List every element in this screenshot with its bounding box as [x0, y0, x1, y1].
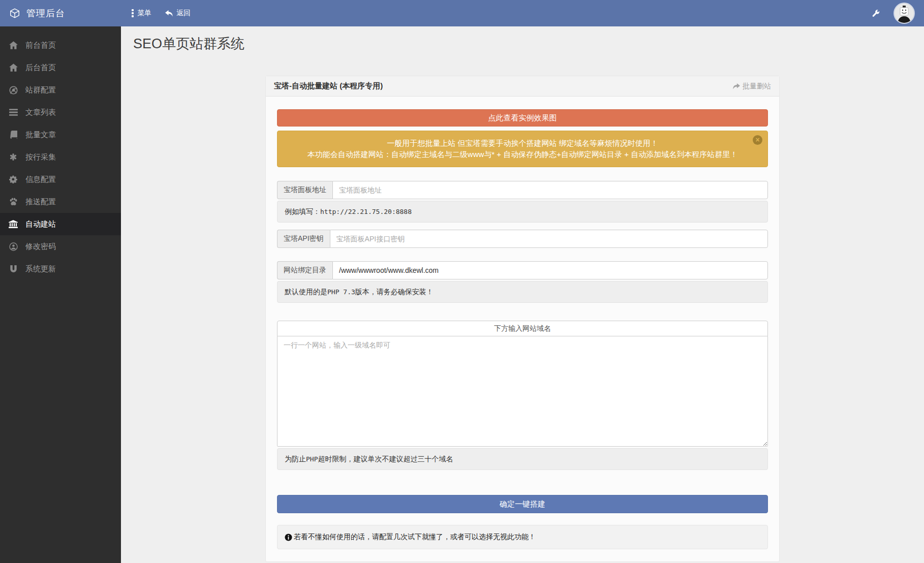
domains-help: 为防止PHP超时限制，建议单次不建议超过三十个域名: [277, 448, 768, 470]
build-panel: 宝塔-自动批量建站 (本程序专用) 批量删站 点此查看实例效果图 × 一般用于想…: [265, 76, 780, 562]
chrome-icon: [8, 85, 18, 95]
batch-delete-label: 批量删站: [743, 82, 771, 91]
sidebar-item-label: 后台首页: [25, 63, 56, 73]
alert-line2: 本功能会自动搭建网站：自动绑定主域名与二级www与* + 自动保存伪静态+自动绑…: [301, 149, 744, 160]
list-icon: [8, 108, 18, 117]
sidebar-item-article-list[interactable]: 文章列表: [0, 101, 121, 123]
sidebar-item-front-home[interactable]: 前台首页: [0, 34, 121, 56]
help-code: PHP: [306, 455, 318, 463]
api-key-input[interactable]: [330, 230, 768, 248]
help-text: 默认使用的是: [285, 288, 327, 296]
book-icon: [8, 130, 18, 139]
alert-close-icon[interactable]: ×: [753, 135, 762, 145]
asterisk-icon: [8, 152, 18, 162]
panel-body: 点此查看实例效果图 × 一般用于想批量上站 但宝塔需要手动挨个搭建网站 绑定域名…: [266, 97, 779, 561]
topbar-right: [872, 3, 915, 24]
panel-url-label: 宝塔面板地址: [277, 181, 332, 199]
domains-header: 下方输入网站域名: [277, 321, 768, 336]
view-example-button[interactable]: 点此查看实例效果图: [277, 109, 768, 127]
back-button[interactable]: 返回: [165, 9, 191, 18]
bind-dir-help: 默认使用的是PHP 7.3版本，请务必确保安装！: [277, 281, 768, 303]
footer-note-text: 若看不懂如何使用的话，请配置几次试下就懂了，或者可以选择无视此功能！: [294, 533, 536, 542]
help-text: 超时限制，建议单次不建议超过三十个域名: [318, 455, 453, 463]
menu-dots-icon: [131, 9, 134, 17]
back-arrow-icon: [165, 10, 173, 17]
paw-icon: [8, 197, 18, 206]
panel-url-input[interactable]: [332, 181, 768, 199]
sidebar-item-line-collect[interactable]: 按行采集: [0, 146, 121, 168]
menu-label: 菜单: [137, 9, 151, 18]
brand[interactable]: 管理后台: [9, 7, 122, 19]
submit-build-button[interactable]: 确定一键搭建: [277, 495, 768, 513]
bank-icon: [8, 220, 18, 229]
user-circle-icon: [8, 242, 18, 251]
batch-delete-button[interactable]: 批量删站: [732, 82, 771, 91]
panel-header: 宝塔-自动批量建站 (本程序专用) 批量删站: [266, 76, 779, 97]
info-circle-icon: [285, 534, 292, 541]
topbar: 管理后台 菜单 返回: [0, 0, 924, 26]
panel-title: 宝塔-自动批量建站 (本程序专用): [274, 81, 383, 91]
sidebar-item-info-config[interactable]: 信息配置: [0, 168, 121, 191]
sidebar-item-admin-home[interactable]: 后台首页: [0, 56, 121, 79]
sidebar-item-label: 信息配置: [25, 175, 56, 184]
sidebar-item-sitegroup-config[interactable]: 站群配置: [0, 79, 121, 101]
sidebar-item-label: 文章列表: [25, 108, 56, 117]
api-key-group: 宝塔API密钥: [277, 230, 768, 248]
panel-url-help: 例如填写：http://22.21.75.20:8888: [277, 201, 768, 223]
sidebar-item-change-password[interactable]: 修改密码: [0, 235, 121, 258]
sidebar-item-label: 系统更新: [25, 264, 56, 274]
sidebar-item-label: 按行采集: [25, 152, 56, 162]
bind-dir-input[interactable]: [332, 261, 768, 279]
wrench-icon[interactable]: [872, 9, 880, 18]
alert-line1: 一般用于想批量上站 但宝塔需要手动挨个搭建网站 绑定域名等麻烦情况时使用！: [301, 138, 744, 149]
sidebar-item-label: 批量文章: [25, 130, 56, 140]
sidebar-item-system-update[interactable]: 系统更新: [0, 258, 121, 280]
topbar-nav: 菜单 返回: [131, 9, 191, 18]
main-content: SEO单页站群系统 宝塔-自动批量建站 (本程序专用) 批量删站 点此查看实例效…: [121, 26, 924, 563]
home-icon: [8, 63, 18, 72]
page-title: SEO单页站群系统: [133, 35, 924, 53]
bind-dir-group: 网站绑定目录: [277, 261, 768, 279]
forward-arrow-icon: [732, 83, 741, 90]
help-code: PHP 7.3: [327, 288, 355, 296]
usage-alert: × 一般用于想批量上站 但宝塔需要手动挨个搭建网站 绑定域名等麻烦情况时使用！ …: [277, 131, 768, 167]
brand-title: 管理后台: [26, 7, 65, 19]
bind-dir-label: 网站绑定目录: [277, 261, 332, 279]
api-key-label: 宝塔API密钥: [277, 230, 330, 248]
gear-icon: [8, 175, 18, 184]
help-code: http://22.21.75.20:8888: [320, 208, 412, 215]
sidebar: 前台首页 后台首页 站群配置 文章列表: [0, 26, 121, 563]
domains-textarea[interactable]: [277, 336, 768, 447]
sidebar-item-auto-build[interactable]: 自动建站: [0, 213, 121, 235]
home-icon: [8, 41, 18, 50]
sidebar-item-push-config[interactable]: 推送配置: [0, 191, 121, 213]
sidebar-item-label: 推送配置: [25, 197, 56, 207]
sidebar-item-label: 自动建站: [25, 220, 56, 229]
panel-url-group: 宝塔面板地址: [277, 181, 768, 199]
help-text: 例如填写：: [285, 207, 320, 215]
update-u-icon: [8, 264, 18, 273]
menu-button[interactable]: 菜单: [131, 9, 151, 18]
sidebar-item-batch-articles[interactable]: 批量文章: [0, 123, 121, 146]
help-text: 版本，请务必确保安装！: [355, 288, 434, 296]
sidebar-item-label: 前台首页: [25, 41, 56, 50]
help-text: 为防止: [285, 455, 306, 463]
sidebar-item-label: 修改密码: [25, 242, 56, 252]
cube-logo-icon: [9, 8, 20, 19]
panel-footer-note: 若看不懂如何使用的话，请配置几次试下就懂了，或者可以选择无视此功能！: [277, 525, 768, 549]
user-avatar[interactable]: [894, 3, 915, 24]
back-label: 返回: [176, 9, 191, 18]
sidebar-item-label: 站群配置: [25, 85, 56, 95]
